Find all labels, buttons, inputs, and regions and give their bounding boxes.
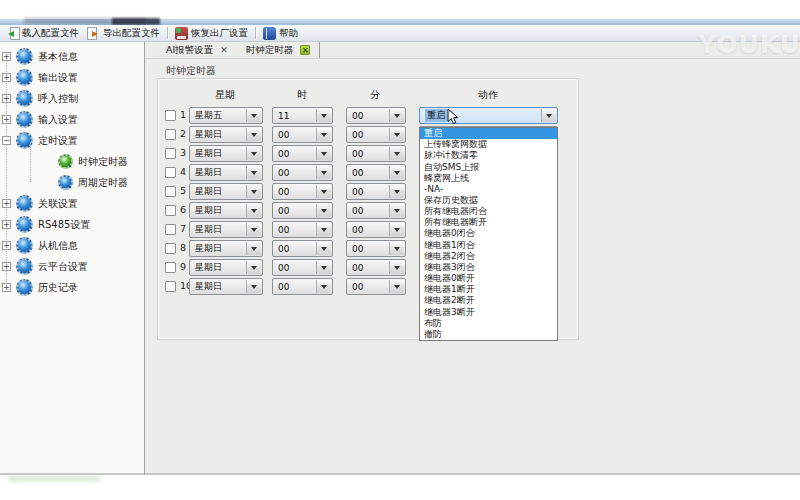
dropdown-arrow-icon[interactable]: [246, 147, 261, 160]
sidebar-item-4[interactable]: −定时设置: [0, 130, 144, 151]
action-menu-item-7[interactable]: 所有继电器闭合: [420, 206, 557, 217]
dropdown-arrow-icon[interactable]: [389, 109, 404, 122]
action-menu-item-9[interactable]: 继电器0闭合: [420, 228, 557, 239]
tree-expand-toggle[interactable]: +: [2, 220, 11, 229]
tree-expand-toggle[interactable]: +: [2, 73, 11, 82]
action-menu-item-10[interactable]: 继电器1闭合: [420, 240, 557, 251]
dropdown-arrow-icon[interactable]: [541, 109, 556, 122]
dropdown-arrow-icon[interactable]: [389, 147, 404, 160]
row-enable-checkbox[interactable]: [165, 243, 176, 254]
minute-select[interactable]: 00: [346, 145, 406, 162]
row-enable-checkbox[interactable]: [165, 205, 176, 216]
dropdown-arrow-icon[interactable]: [316, 109, 331, 122]
action-menu-item-2[interactable]: 脉冲计数清零: [420, 150, 557, 161]
restore-factory-button[interactable]: 恢复出厂设置: [171, 25, 252, 41]
dropdown-arrow-icon[interactable]: [246, 261, 261, 274]
minute-select[interactable]: 00: [346, 164, 406, 181]
action-select[interactable]: 重启: [419, 107, 558, 124]
sidebar-item-1[interactable]: +输出设置: [0, 67, 144, 88]
row-enable-checkbox[interactable]: [165, 148, 176, 159]
dropdown-arrow-icon[interactable]: [246, 223, 261, 236]
row-enable-checkbox[interactable]: [165, 110, 176, 121]
dropdown-arrow-icon[interactable]: [316, 204, 331, 217]
sidebar-item-9[interactable]: +从机信息: [0, 235, 144, 256]
tree-expand-toggle[interactable]: +: [2, 199, 11, 208]
sidebar-item-5-selected[interactable]: 时钟定时器: [0, 151, 144, 172]
dropdown-arrow-icon[interactable]: [389, 261, 404, 274]
tree-expand-toggle[interactable]: −: [2, 136, 11, 145]
dropdown-arrow-icon[interactable]: [389, 280, 404, 293]
week-select[interactable]: 星期日: [189, 240, 263, 257]
tree-expand-toggle[interactable]: +: [2, 115, 11, 124]
hour-select[interactable]: 00: [272, 145, 333, 162]
action-menu-item-16[interactable]: 继电器3断开: [420, 307, 557, 318]
hour-select[interactable]: 00: [272, 126, 333, 143]
dropdown-arrow-icon[interactable]: [316, 223, 331, 236]
dropdown-arrow-icon[interactable]: [246, 128, 261, 141]
dropdown-arrow-icon[interactable]: [316, 128, 331, 141]
sidebar-item-8[interactable]: +RS485设置: [0, 214, 144, 235]
week-select[interactable]: 星期日: [189, 202, 263, 219]
dropdown-arrow-icon[interactable]: [316, 242, 331, 255]
action-menu-item-15[interactable]: 继电器2断开: [420, 295, 557, 306]
sidebar-item-2[interactable]: +呼入控制: [0, 88, 144, 109]
hour-select[interactable]: 00: [272, 221, 333, 238]
hour-select[interactable]: 00: [272, 259, 333, 276]
hour-select[interactable]: 00: [272, 278, 333, 295]
tree-expand-toggle[interactable]: +: [2, 283, 11, 292]
row-enable-checkbox[interactable]: [165, 224, 176, 235]
action-menu-item-13[interactable]: 继电器0断开: [420, 273, 557, 284]
hour-select[interactable]: 11: [272, 107, 333, 124]
dropdown-arrow-icon[interactable]: [246, 185, 261, 198]
minute-select[interactable]: 00: [346, 202, 406, 219]
dropdown-arrow-icon[interactable]: [389, 223, 404, 236]
action-menu-item-12[interactable]: 继电器3闭合: [420, 262, 557, 273]
dropdown-arrow-icon[interactable]: [246, 204, 261, 217]
row-enable-checkbox[interactable]: [165, 167, 176, 178]
minute-select[interactable]: 00: [346, 259, 406, 276]
hour-select[interactable]: 00: [272, 183, 333, 200]
dropdown-arrow-icon[interactable]: [246, 166, 261, 179]
dropdown-arrow-icon[interactable]: [389, 128, 404, 141]
action-menu-item-11[interactable]: 继电器2闭合: [420, 251, 557, 262]
help-button[interactable]: 帮助: [259, 25, 302, 41]
dropdown-arrow-icon[interactable]: [246, 242, 261, 255]
week-select[interactable]: 星期日: [189, 221, 263, 238]
week-select[interactable]: 星期日: [189, 278, 263, 295]
hour-select[interactable]: 00: [272, 164, 333, 181]
action-menu-item-14[interactable]: 继电器1断开: [420, 284, 557, 295]
tree-expand-toggle[interactable]: +: [2, 262, 11, 271]
dropdown-arrow-icon[interactable]: [246, 109, 261, 122]
close-tab-icon[interactable]: ✕: [220, 46, 228, 55]
dropdown-arrow-icon[interactable]: [389, 166, 404, 179]
minute-select[interactable]: 00: [346, 126, 406, 143]
week-select[interactable]: 星期五: [189, 107, 263, 124]
tab-ai-alarm-settings[interactable]: AI报警设置 ✕: [157, 42, 237, 58]
sidebar-item-3[interactable]: +输入设置: [0, 109, 144, 130]
action-menu-item-5[interactable]: -NA-: [420, 184, 557, 195]
minute-select[interactable]: 00: [346, 240, 406, 257]
dropdown-arrow-icon[interactable]: [316, 261, 331, 274]
action-menu-item-3[interactable]: 自动SMS上报: [420, 161, 557, 172]
tab-clock-timer[interactable]: 时钟定时器 ✕: [237, 42, 321, 58]
action-menu-item-6[interactable]: 保存历史数据: [420, 195, 557, 206]
week-select[interactable]: 星期日: [189, 145, 263, 162]
hour-select[interactable]: 00: [272, 202, 333, 219]
week-select[interactable]: 星期日: [189, 126, 263, 143]
dropdown-arrow-icon[interactable]: [246, 280, 261, 293]
dropdown-arrow-icon[interactable]: [316, 185, 331, 198]
minute-select[interactable]: 00: [346, 183, 406, 200]
dropdown-arrow-icon[interactable]: [316, 280, 331, 293]
dropdown-arrow-icon[interactable]: [316, 147, 331, 160]
sidebar-item-10[interactable]: +云平台设置: [0, 256, 144, 277]
row-enable-checkbox[interactable]: [165, 281, 176, 292]
dropdown-arrow-icon[interactable]: [316, 166, 331, 179]
export-config-button[interactable]: 导出配置文件: [83, 25, 164, 41]
dropdown-arrow-icon[interactable]: [389, 185, 404, 198]
week-select[interactable]: 星期日: [189, 259, 263, 276]
tree-expand-toggle[interactable]: +: [2, 241, 11, 250]
tree-expand-toggle[interactable]: +: [2, 94, 11, 103]
action-menu-item-0[interactable]: 重启: [420, 128, 557, 139]
action-menu-item-8[interactable]: 所有继电器断开: [420, 217, 557, 228]
minute-select[interactable]: 00: [346, 107, 406, 124]
